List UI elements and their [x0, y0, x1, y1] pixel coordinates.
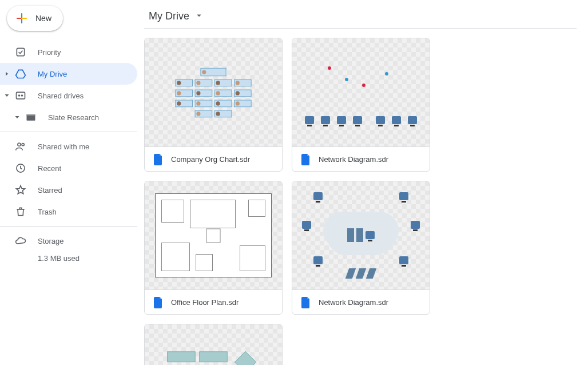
sidebar-item-priority[interactable]: Priority	[0, 41, 137, 63]
file-type-icon	[301, 154, 311, 164]
cloud-icon	[14, 234, 27, 248]
chevron-down-icon[interactable]	[13, 113, 22, 122]
svg-rect-0	[17, 48, 24, 55]
drive-folder-icon	[24, 110, 38, 124]
sidebar-item-label: Trash	[38, 208, 57, 216]
sidebar-item-my-drive[interactable]: My Drive	[0, 63, 137, 85]
sidebar: New Priority My Drive Shared driv	[0, 0, 137, 365]
svg-point-4	[21, 94, 23, 97]
sidebar-item-label: My Drive	[38, 70, 67, 78]
main-content: My Drive	[137, 0, 588, 365]
nav-section: Priority My Drive Shared drives	[0, 41, 137, 263]
breadcrumb[interactable]: My Drive	[144, 7, 577, 29]
priority-icon	[14, 45, 27, 59]
star-icon	[14, 183, 27, 197]
svg-point-7	[18, 143, 21, 146]
file-type-icon	[154, 154, 163, 164]
file-thumbnail	[292, 181, 430, 290]
file-name: Company Org Chart.sdr	[171, 155, 250, 164]
drive-icon	[14, 67, 27, 81]
file-name: Office Floor Plan.sdr	[171, 298, 239, 307]
file-card[interactable]: Company Org Chart.sdr	[144, 38, 283, 172]
svg-rect-6	[27, 114, 35, 116]
new-button-label: New	[35, 14, 51, 23]
sidebar-item-slate-research[interactable]: Slate Research	[0, 106, 137, 128]
sidebar-item-shared-with-me[interactable]: Shared with me	[0, 136, 137, 157]
svg-marker-1	[16, 70, 26, 78]
sidebar-item-shared-drives[interactable]: Shared drives	[0, 85, 137, 106]
file-card[interactable]: Office Floor Plan.sdr	[144, 181, 283, 315]
storage-used-text: 1.3 MB used	[0, 254, 137, 263]
clock-icon	[14, 161, 27, 175]
breadcrumb-label: My Drive	[149, 10, 189, 22]
file-type-icon	[301, 297, 311, 307]
sidebar-item-storage[interactable]: Storage	[0, 230, 137, 252]
new-button[interactable]: New	[7, 6, 63, 31]
file-name: Network Diagram.sdr	[319, 298, 388, 307]
sidebar-item-label: Storage	[38, 237, 64, 245]
sidebar-item-label: Recent	[38, 164, 61, 173]
file-thumbnail	[145, 181, 282, 290]
sidebar-item-label: Shared drives	[38, 92, 84, 100]
sidebar-item-trash[interactable]: Trash	[0, 201, 137, 223]
file-card[interactable]: Shipping Process.sdr	[144, 324, 283, 365]
sidebar-item-recent[interactable]: Recent	[0, 157, 137, 179]
file-thumbnail	[145, 324, 282, 365]
shared-drives-icon	[14, 89, 27, 102]
file-thumbnail	[292, 38, 430, 147]
svg-point-8	[22, 144, 24, 146]
people-icon	[14, 140, 27, 153]
chevron-right-icon[interactable]	[2, 69, 11, 78]
sidebar-item-label: Priority	[38, 48, 61, 57]
file-thumbnail	[145, 38, 282, 147]
file-card[interactable]: Network Diagram.sdr	[292, 38, 430, 172]
sidebar-item-label: Slate Research	[48, 113, 99, 122]
sidebar-item-label: Starred	[38, 186, 62, 195]
file-grid: Company Org Chart.sdr	[144, 38, 577, 365]
file-card[interactable]: Network Diagram.sdr	[292, 181, 430, 315]
plus-icon	[15, 11, 29, 25]
sidebar-item-label: Shared with me	[38, 142, 89, 151]
chevron-down-icon	[194, 10, 204, 22]
sidebar-item-starred[interactable]: Starred	[0, 179, 137, 201]
file-type-icon	[154, 297, 163, 307]
file-name: Network Diagram.sdr	[319, 155, 388, 164]
trash-icon	[14, 205, 27, 219]
chevron-down-icon[interactable]	[2, 91, 11, 100]
divider	[0, 132, 137, 132]
svg-point-3	[18, 94, 21, 97]
divider	[0, 226, 137, 227]
svg-rect-2	[17, 92, 25, 99]
